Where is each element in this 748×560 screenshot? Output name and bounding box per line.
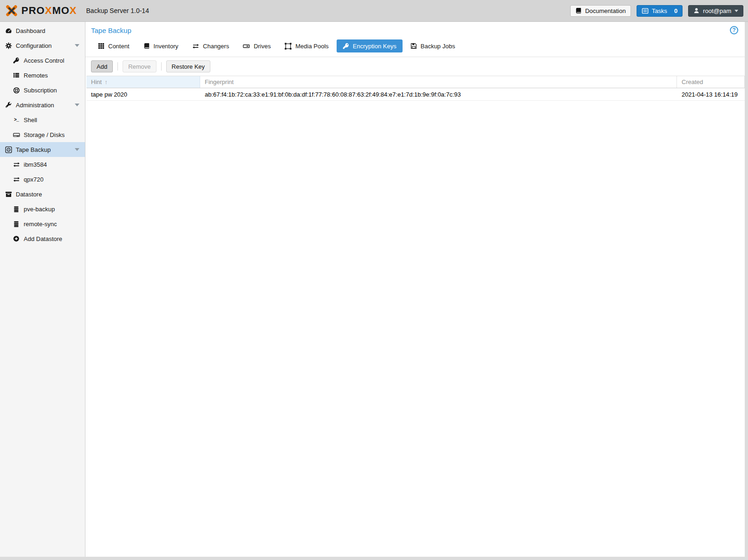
sidebar-item-configuration[interactable]: Configuration: [0, 38, 85, 53]
list-icon: [13, 72, 20, 79]
sidebar-item-tape-backup[interactable]: Tape Backup: [0, 142, 85, 157]
sidebar-item-pve-backup[interactable]: pve-backup: [0, 202, 85, 216]
tab-content[interactable]: Content: [92, 39, 136, 52]
collapse-caret-icon[interactable]: [75, 44, 79, 47]
task-list-icon: [642, 7, 649, 14]
tab-inventory[interactable]: Inventory: [137, 39, 184, 52]
tab-changers[interactable]: Changers: [186, 39, 235, 52]
sidebar-item-remotes[interactable]: Remotes: [0, 68, 85, 83]
tasks-label: Tasks: [652, 7, 667, 14]
sidebar-item-label: pve-backup: [24, 206, 55, 213]
sidebar-item-label: Tape Backup: [16, 146, 51, 153]
sidebar-item-qpx720[interactable]: qpx720: [0, 172, 85, 187]
top-bar: PROXMOX Backup Server 1.0-14 Documentati…: [0, 0, 748, 22]
sidebar-item-label: Administration: [16, 102, 54, 109]
exchange-icon: [13, 176, 20, 183]
tab-label: Content: [108, 43, 130, 50]
column-header-created[interactable]: Created: [677, 76, 745, 88]
collapse-caret-icon[interactable]: [75, 148, 79, 151]
page-title: Tape Backup: [91, 26, 131, 34]
sidebar-item-label: Configuration: [16, 42, 52, 49]
sidebar-item-label: Add Datastore: [24, 235, 62, 242]
database-icon: [13, 220, 20, 228]
dashboard-icon: [5, 27, 12, 34]
tab-label: Drives: [254, 43, 271, 50]
content-panel: Tape Backup ? Content Inventory Changers: [85, 22, 745, 557]
cell-created: 2021-04-13 16:14:19: [677, 91, 745, 98]
book-icon: [143, 43, 150, 49]
proxmox-logo: PROXMOX Backup Server 1.0-14: [5, 4, 149, 18]
toolbar-separator: [161, 62, 162, 71]
restore-key-button[interactable]: Restore Key: [166, 60, 211, 72]
tab-label: Changers: [203, 43, 229, 50]
wordmark-part: X: [45, 5, 52, 16]
tab-label: Inventory: [154, 43, 178, 50]
sidebar-item-label: ibm3584: [24, 161, 47, 168]
tab-label: Encryption Keys: [353, 43, 397, 50]
table-row[interactable]: tape pw 2020 ab:67:f4:1b:72:ca:33:e1:91:…: [86, 88, 745, 101]
sidebar-item-label: Remotes: [24, 72, 48, 79]
sidebar-item-label: remote-sync: [24, 221, 57, 228]
column-header-hint[interactable]: Hint ↑: [86, 76, 200, 88]
sidebar-item-dashboard[interactable]: Dashboard: [0, 23, 85, 38]
sidebar-item-remote-sync[interactable]: remote-sync: [0, 216, 85, 231]
sidebar-item-label: Subscription: [24, 87, 57, 94]
documentation-button[interactable]: Documentation: [570, 5, 631, 17]
column-label: Hint: [91, 78, 102, 85]
app-window: PROXMOX Backup Server 1.0-14 Documentati…: [0, 0, 748, 560]
sidebar: Dashboard Configuration Access Control: [0, 22, 85, 557]
app-title: Backup Server 1.0-14: [86, 7, 149, 14]
sidebar-item-datastore[interactable]: Datastore: [0, 187, 85, 202]
tape-icon: [5, 146, 12, 153]
toolbar-separator: [117, 62, 118, 71]
sidebar-item-access-control[interactable]: Access Control: [0, 53, 85, 68]
book-icon: [575, 7, 582, 14]
save-icon: [410, 43, 417, 49]
tab-encryption-keys[interactable]: Encryption Keys: [337, 39, 403, 52]
user-icon: [693, 7, 700, 14]
tab-bar: Content Inventory Changers Drives Media …: [85, 39, 745, 57]
sidebar-item-label: Datastore: [16, 191, 42, 198]
sidebar-item-label: Shell: [24, 117, 37, 124]
tab-label: Backup Jobs: [421, 43, 455, 50]
tasks-count-badge: 0: [674, 7, 677, 14]
collapse-caret-icon[interactable]: [75, 104, 79, 106]
tab-drives[interactable]: Drives: [237, 39, 277, 52]
documentation-label: Documentation: [585, 7, 625, 14]
grid-header: Hint ↑ Fingerprint Created: [86, 76, 745, 88]
top-bar-actions: Documentation Tasks 0 root@pam: [570, 5, 743, 17]
terminal-icon: >_: [13, 116, 20, 124]
sidebar-item-storage-disks[interactable]: Storage / Disks: [0, 127, 85, 142]
wordmark-part: X: [70, 5, 77, 16]
key-icon: [343, 43, 349, 49]
sidebar-item-subscription[interactable]: Subscription: [0, 83, 85, 98]
sidebar-item-administration[interactable]: Administration: [0, 98, 85, 112]
tab-backup-jobs[interactable]: Backup Jobs: [404, 39, 461, 52]
tasks-button[interactable]: Tasks 0: [637, 5, 683, 17]
user-label: root@pam: [703, 7, 731, 14]
sidebar-item-label: Dashboard: [16, 27, 46, 34]
column-header-fingerprint[interactable]: Fingerprint: [200, 76, 677, 88]
sort-asc-icon: ↑: [104, 78, 108, 85]
sidebar-item-add-datastore[interactable]: Add Datastore: [0, 231, 85, 246]
proxmox-wordmark: PROXMOX: [21, 5, 77, 17]
tab-media-pools[interactable]: Media Pools: [279, 39, 335, 52]
sidebar-item-label: Storage / Disks: [24, 131, 65, 138]
exchange-icon: [192, 43, 199, 50]
add-button[interactable]: Add: [91, 60, 113, 72]
sidebar-item-ibm3584[interactable]: ibm3584: [0, 157, 85, 172]
exchange-icon: [13, 161, 20, 168]
proxmox-x-icon: [5, 4, 19, 18]
plus-circle-icon: [13, 235, 20, 242]
remove-button: Remove: [123, 60, 156, 72]
sidebar-item-label: Access Control: [24, 57, 64, 64]
sidebar-item-shell[interactable]: >_ Shell: [0, 112, 85, 127]
chevron-down-icon: [735, 10, 738, 12]
wrench-icon: [5, 101, 12, 109]
archive-icon: [5, 190, 12, 198]
life-ring-icon: [13, 86, 20, 94]
key-icon: [13, 57, 20, 64]
help-icon[interactable]: ?: [730, 26, 738, 34]
column-label: Created: [682, 78, 703, 85]
user-menu-button[interactable]: root@pam: [688, 5, 743, 17]
